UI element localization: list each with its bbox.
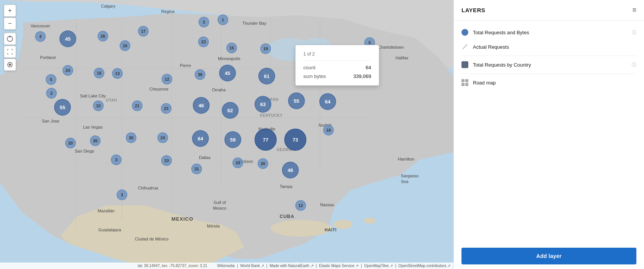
layer-item-road-map[interactable]: Road map xyxy=(454,75,644,90)
pointer-tool-button[interactable] xyxy=(4,59,16,71)
coords-display: lat: 39.14947, lon: -75.82737, zoom: 3.2… xyxy=(138,264,207,268)
cluster-59[interactable]: 59 xyxy=(224,131,241,148)
layers-panel: LAYERS ≡ Total Requests and Bytes ⓘ Actu… xyxy=(453,0,644,269)
cluster-21[interactable]: 21 xyxy=(132,100,143,111)
cluster-24[interactable]: 24 xyxy=(62,65,73,76)
cluster-12[interactable]: 12 xyxy=(162,74,172,84)
cluster-63[interactable]: 63 xyxy=(255,96,271,113)
layer-name-actual-requests: Actual Requests xyxy=(473,44,636,50)
cluster-15[interactable]: 15 xyxy=(226,43,237,53)
panel-header: LAYERS ≡ xyxy=(454,0,644,21)
map-attribution: lat: 39.14947, lon: -75.82737, zoom: 3.2… xyxy=(0,263,453,269)
cluster-12-s[interactable]: 12 xyxy=(295,200,306,211)
cluster-4[interactable]: 4 xyxy=(35,31,46,42)
attr-openmap-tiles[interactable]: OpenMapTiles ↗ xyxy=(364,264,393,268)
cluster-3-sw[interactable]: 3 xyxy=(117,189,127,200)
tooltip-count-label: count xyxy=(303,65,316,70)
layer-icon-circle-blue xyxy=(461,29,468,36)
cluster-2[interactable]: 2 xyxy=(46,88,57,99)
tooltip-popup: 1 of 2 count 64 sum bytes 339,069 xyxy=(295,45,379,86)
panel-title: LAYERS xyxy=(461,7,485,13)
cluster-1[interactable]: 1 xyxy=(218,14,228,25)
cluster-3-n[interactable]: 3 xyxy=(199,17,209,27)
cluster-16-n[interactable]: 16 xyxy=(120,40,130,51)
layer-divider-2 xyxy=(461,73,636,74)
cluster-46[interactable]: 46 xyxy=(193,97,210,114)
cluster-26[interactable]: 26 xyxy=(98,31,108,41)
attr-openstreetmap[interactable]: OpenStreetMap contributors ↗ xyxy=(399,264,450,268)
cluster-15-mid[interactable]: 15 xyxy=(93,100,104,111)
cluster-38[interactable]: 38 xyxy=(195,69,205,80)
layer-icon-rect-dark xyxy=(461,61,468,68)
tooltip-row-count: count 64 xyxy=(303,65,371,70)
zoom-in-button[interactable]: + xyxy=(4,5,16,17)
add-layer-button[interactable]: Add layer xyxy=(461,248,636,264)
layers-list: Total Requests and Bytes ⓘ Actual Reques… xyxy=(454,21,644,243)
layer-name-total-requests-country: Total Requests by Country xyxy=(473,62,626,68)
layer-name-total-requests-bytes: Total Requests and Bytes xyxy=(473,30,626,35)
cluster-23[interactable]: 23 xyxy=(198,37,209,47)
cluster-16-w[interactable]: 16 xyxy=(94,68,104,78)
attr-world-bank[interactable]: World Bank ↗ xyxy=(240,264,264,268)
cluster-62[interactable]: 62 xyxy=(222,102,239,119)
zoom-out-button[interactable]: − xyxy=(4,18,16,30)
cluster-20-s[interactable]: 20 xyxy=(258,158,268,169)
panel-menu-icon[interactable]: ≡ xyxy=(632,6,636,14)
layer-item-total-requests-country[interactable]: Total Requests by Country ⓘ xyxy=(454,57,644,72)
fullscreen-button[interactable] xyxy=(4,46,16,58)
tooltip-row-bytes: sum bytes 339,069 xyxy=(303,73,371,79)
cluster-55-w[interactable]: 55 xyxy=(54,99,71,116)
map-container[interactable]: Calgary Regina Thunder Bay Vancouver Por… xyxy=(0,0,453,269)
cluster-3-s[interactable]: 3 xyxy=(111,154,122,165)
cluster-30[interactable]: 30 xyxy=(126,132,136,143)
cluster-64-active[interactable]: 64 xyxy=(319,93,336,110)
attr-elastic-maps[interactable]: Elastic Maps Service ↗ xyxy=(319,264,359,268)
layer-name-road-map: Road map xyxy=(473,80,636,86)
attr-wikimedia[interactable]: Wikimedia xyxy=(217,264,235,268)
cluster-20-w[interactable]: 20 xyxy=(65,138,76,148)
cluster-17[interactable]: 17 xyxy=(138,26,149,37)
cluster-45-nw[interactable]: 45 xyxy=(59,30,76,47)
layer-info-icon-2[interactable]: ⓘ xyxy=(632,62,636,68)
cluster-64-s[interactable]: 64 xyxy=(192,130,209,147)
svg-point-20 xyxy=(9,64,11,65)
layer-icon-pen xyxy=(461,43,468,50)
cluster-55-e[interactable]: 55 xyxy=(288,92,305,109)
reset-bearing-button[interactable] xyxy=(4,33,16,45)
svg-point-5 xyxy=(271,220,332,237)
map-controls: + − xyxy=(4,5,16,71)
cluster-33[interactable]: 33 xyxy=(232,158,243,168)
cluster-73[interactable]: 73 xyxy=(284,129,306,151)
cluster-36[interactable]: 36 xyxy=(90,135,101,146)
svg-point-7 xyxy=(364,218,375,224)
attr-natural-earth[interactable]: Made with NaturalEarth ↗ xyxy=(269,264,313,268)
cluster-61[interactable]: 61 xyxy=(258,68,275,84)
layer-item-total-requests-bytes[interactable]: Total Requests and Bytes ⓘ xyxy=(454,25,644,40)
layer-info-icon-0[interactable]: ⓘ xyxy=(632,29,636,36)
cluster-23-mid[interactable]: 23 xyxy=(161,103,171,114)
cluster-19[interactable]: 19 xyxy=(260,43,271,54)
cluster-46-s[interactable]: 46 xyxy=(282,162,299,178)
tooltip-nav: 1 of 2 xyxy=(303,51,371,61)
cluster-5-w[interactable]: 5 xyxy=(46,74,56,85)
svg-point-6 xyxy=(333,220,352,229)
layer-divider-1 xyxy=(461,56,636,56)
tooltip-bytes-value: 339,069 xyxy=(353,73,371,79)
cluster-10[interactable]: 10 xyxy=(161,155,172,166)
layer-item-actual-requests[interactable]: Actual Requests xyxy=(454,40,644,54)
tooltip-bytes-label: sum bytes xyxy=(303,73,326,79)
cluster-18[interactable]: 18 xyxy=(323,125,334,135)
cluster-13[interactable]: 13 xyxy=(112,68,123,79)
tooltip-count-value: 64 xyxy=(366,65,371,70)
svg-point-18 xyxy=(10,37,11,38)
cluster-31[interactable]: 31 xyxy=(191,164,202,174)
cluster-77[interactable]: 77 xyxy=(255,129,277,151)
layer-icon-grid xyxy=(461,79,468,86)
cluster-45-mid[interactable]: 45 xyxy=(219,65,236,81)
cluster-24-s[interactable]: 24 xyxy=(157,132,168,143)
